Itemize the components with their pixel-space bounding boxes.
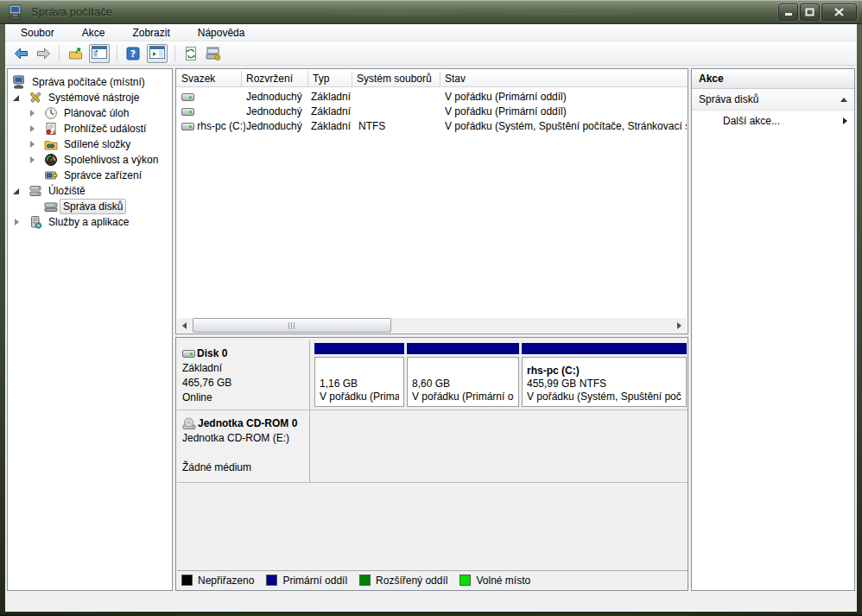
status-strip	[5, 592, 857, 612]
computer-icon	[12, 75, 26, 89]
tree-item-label: Systémové nástroje	[46, 91, 142, 105]
expander-expanded-icon[interactable]	[13, 95, 19, 101]
volume-layout: Jednoduchý	[246, 105, 308, 119]
disk0-capacity: 465,76 GB	[182, 376, 304, 391]
actions-section-sprava-disku[interactable]: Správa disků	[692, 89, 854, 111]
horizontal-scrollbar[interactable]	[177, 318, 687, 333]
volume-filesystem	[358, 105, 441, 119]
column-header-stav[interactable]: Stav	[441, 71, 687, 87]
actions-panel: Akce Správa disků Další akce...	[691, 68, 855, 591]
partition-3[interactable]: rhs-pc (C:) 455,99 GB NTFS V pořádku (Sy…	[522, 343, 687, 407]
expander-expanded-icon[interactable]	[13, 188, 19, 194]
partition-2[interactable]: 8,60 GB V pořádku (Primární o	[407, 343, 519, 407]
refresh-icon[interactable]	[182, 45, 200, 62]
window-title: Správa počítače	[31, 5, 112, 18]
volume-type: Základní	[311, 119, 352, 134]
volume-list-header: Svazek Rozvržení Typ Systém souborů Stav	[176, 71, 688, 87]
volume-status: V pořádku (Primární oddíl)	[445, 90, 687, 105]
expander-collapsed-icon[interactable]	[30, 156, 35, 163]
menu-soubor[interactable]: Soubor	[17, 26, 58, 40]
scroll-left-button[interactable]	[177, 318, 192, 333]
legend-item: Volné místo	[460, 575, 530, 587]
back-icon[interactable]	[12, 45, 29, 62]
tree-item-label: Sdílené složky	[61, 137, 133, 151]
partition-status: V pořádku (Primární o	[412, 391, 514, 403]
column-header-svazek[interactable]: Svazek	[177, 71, 242, 87]
scroll-right-button[interactable]	[672, 318, 687, 333]
volume-name: rhs-pc (C:)	[197, 120, 245, 132]
tree-item-label: Spolehlivost a výkon	[61, 153, 161, 167]
titlebar[interactable]: Správa počítače	[0, 0, 862, 24]
event-viewer-icon	[44, 122, 58, 136]
minimize-button[interactable]	[778, 3, 798, 21]
expander-collapsed-icon[interactable]	[30, 125, 35, 132]
cdrom-icon	[182, 417, 196, 430]
partition-status: V pořádku (Systém, Spuštění počít	[527, 391, 681, 403]
storage-icon	[29, 184, 42, 198]
legend-swatch-extended	[359, 575, 371, 586]
disk0-name: Disk 0	[197, 346, 227, 361]
volume-status: V pořádku (Systém, Spuštění počítače, St…	[445, 119, 687, 134]
column-header-rozvrzeni[interactable]: Rozvržení	[242, 71, 308, 87]
menubar: Soubor Akce Zobrazit Nápověda	[5, 24, 857, 41]
expander-collapsed-icon[interactable]	[30, 110, 35, 117]
column-header-system-souboru[interactable]: Systém souborů	[352, 71, 441, 87]
cdrom-label[interactable]: Jednotka CD-ROM 0 Jednotka CD-ROM (E:) Ž…	[177, 410, 310, 482]
more-actions-item[interactable]: Další akce...	[692, 111, 854, 131]
volume-type: Základní	[311, 90, 352, 105]
volume-row[interactable]: rhs-pc (C:) Jednoduchý Základní NTFS V p…	[176, 119, 688, 134]
legend-swatch-primary	[266, 575, 277, 586]
volume-icon	[181, 108, 194, 116]
partition-name: rhs-pc (C:)	[527, 365, 681, 378]
system-tools-icon	[29, 91, 42, 105]
partition-size: 8,60 GB	[412, 378, 514, 391]
maximize-button[interactable]	[800, 3, 820, 21]
volume-icon	[181, 123, 194, 130]
scrollbar-thumb[interactable]	[193, 318, 391, 333]
forward-icon[interactable]	[35, 45, 52, 62]
task-scheduler-icon	[44, 106, 58, 120]
tree-item-label: Prohlížeč událostí	[61, 122, 149, 136]
expander-collapsed-icon[interactable]	[30, 141, 35, 148]
collapse-icon[interactable]	[840, 98, 847, 102]
cdrom-drive-letter: Jednotka CD-ROM (E:)	[182, 431, 304, 446]
volume-layout: Jednoduchý	[246, 90, 308, 105]
expander-collapsed-icon[interactable]	[15, 219, 19, 225]
help-icon: ?	[126, 47, 140, 60]
volume-row[interactable]: Jednoduchý Základní V pořádku (Primární …	[176, 105, 688, 119]
show-action-pane-button[interactable]	[147, 44, 168, 63]
partition-header	[522, 343, 687, 354]
export-list-icon[interactable]	[67, 45, 84, 62]
toolbar-separator	[59, 46, 60, 61]
partition-header	[314, 343, 404, 354]
help-button[interactable]: ?	[124, 45, 142, 62]
volume-filesystem	[358, 90, 441, 105]
disk-legend: Nepřiřazeno Primární oddíl Rozšířený odd…	[177, 570, 688, 589]
menu-zobrazit[interactable]: Zobrazit	[129, 26, 173, 40]
volume-layout: Jednoduchý	[246, 119, 308, 134]
cdrom-media-status: Žádné médium	[182, 460, 304, 475]
legend-item: Rozšířený oddíl	[359, 575, 447, 587]
tree-item-label: Služby a aplikace	[46, 215, 131, 229]
disk-management-icon	[44, 200, 58, 213]
tree-item-label: Úložiště	[46, 184, 88, 198]
legend-item: Nepřiřazeno	[181, 575, 254, 587]
console-tree-panel: Správa počítače (místní) Systémové nástr…	[7, 68, 173, 591]
show-console-tree-button[interactable]	[89, 44, 110, 63]
volume-row[interactable]: Jednoduchý Základní V pořádku (Primární …	[176, 90, 688, 105]
disk0-label[interactable]: Disk 0 Základní 465,76 GB Online	[177, 340, 310, 410]
column-header-typ[interactable]: Typ	[308, 71, 352, 87]
toolbar-separator	[117, 46, 117, 61]
disk0-type: Základní	[182, 361, 304, 376]
partition-1[interactable]: 1,16 GB V pořádku (Prima	[314, 343, 404, 407]
volume-list-panel: Svazek Rozvržení Typ Systém souborů Stav…	[175, 68, 688, 334]
close-button[interactable]	[821, 3, 857, 21]
more-actions-label: Další akce...	[723, 115, 780, 127]
menu-napoveda[interactable]: Nápověda	[194, 26, 249, 40]
svg-text:?: ?	[130, 48, 136, 60]
close-icon	[834, 8, 844, 16]
legend-swatch-unallocated	[181, 575, 193, 586]
disk0-status: Online	[182, 391, 304, 405]
menu-akce[interactable]: Akce	[79, 26, 109, 40]
disk-management-icon[interactable]	[205, 45, 222, 62]
